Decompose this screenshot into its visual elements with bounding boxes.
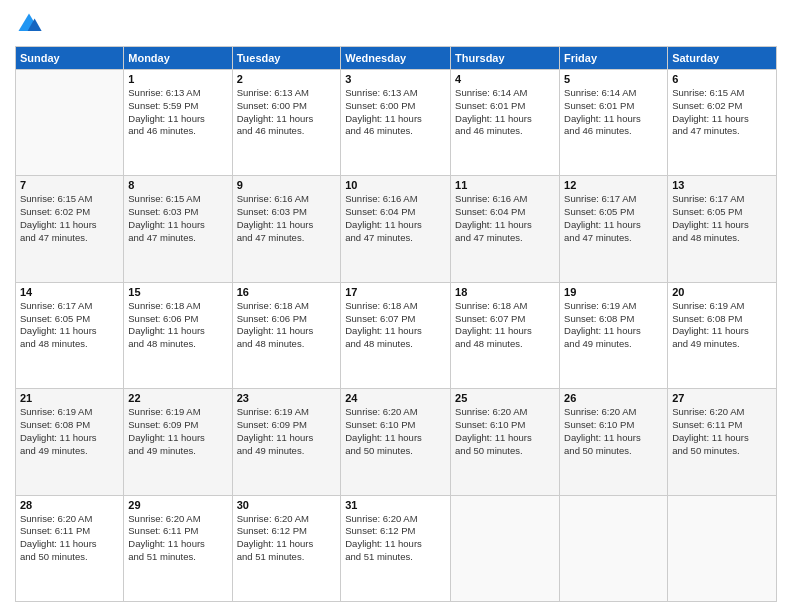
day-cell: 22Sunrise: 6:19 AM Sunset: 6:09 PM Dayli… bbox=[124, 389, 232, 495]
day-info: Sunrise: 6:13 AM Sunset: 6:00 PM Dayligh… bbox=[345, 87, 446, 138]
day-info: Sunrise: 6:13 AM Sunset: 5:59 PM Dayligh… bbox=[128, 87, 227, 138]
week-row-3: 21Sunrise: 6:19 AM Sunset: 6:08 PM Dayli… bbox=[16, 389, 777, 495]
day-cell: 26Sunrise: 6:20 AM Sunset: 6:10 PM Dayli… bbox=[560, 389, 668, 495]
day-cell: 12Sunrise: 6:17 AM Sunset: 6:05 PM Dayli… bbox=[560, 176, 668, 282]
day-cell: 19Sunrise: 6:19 AM Sunset: 6:08 PM Dayli… bbox=[560, 282, 668, 388]
day-cell: 18Sunrise: 6:18 AM Sunset: 6:07 PM Dayli… bbox=[451, 282, 560, 388]
day-info: Sunrise: 6:17 AM Sunset: 6:05 PM Dayligh… bbox=[672, 193, 772, 244]
day-number: 22 bbox=[128, 392, 227, 404]
day-info: Sunrise: 6:16 AM Sunset: 6:04 PM Dayligh… bbox=[345, 193, 446, 244]
day-number: 11 bbox=[455, 179, 555, 191]
day-info: Sunrise: 6:20 AM Sunset: 6:10 PM Dayligh… bbox=[564, 406, 663, 457]
day-number: 3 bbox=[345, 73, 446, 85]
day-info: Sunrise: 6:13 AM Sunset: 6:00 PM Dayligh… bbox=[237, 87, 337, 138]
day-cell: 20Sunrise: 6:19 AM Sunset: 6:08 PM Dayli… bbox=[668, 282, 777, 388]
day-header-tuesday: Tuesday bbox=[232, 47, 341, 70]
day-info: Sunrise: 6:20 AM Sunset: 6:11 PM Dayligh… bbox=[20, 513, 119, 564]
day-cell bbox=[16, 70, 124, 176]
logo bbox=[15, 10, 47, 38]
day-number: 17 bbox=[345, 286, 446, 298]
day-info: Sunrise: 6:19 AM Sunset: 6:08 PM Dayligh… bbox=[20, 406, 119, 457]
day-number: 4 bbox=[455, 73, 555, 85]
day-header-sunday: Sunday bbox=[16, 47, 124, 70]
day-cell: 16Sunrise: 6:18 AM Sunset: 6:06 PM Dayli… bbox=[232, 282, 341, 388]
day-info: Sunrise: 6:20 AM Sunset: 6:12 PM Dayligh… bbox=[345, 513, 446, 564]
day-number: 26 bbox=[564, 392, 663, 404]
day-number: 9 bbox=[237, 179, 337, 191]
week-row-1: 7Sunrise: 6:15 AM Sunset: 6:02 PM Daylig… bbox=[16, 176, 777, 282]
day-cell: 2Sunrise: 6:13 AM Sunset: 6:00 PM Daylig… bbox=[232, 70, 341, 176]
day-info: Sunrise: 6:16 AM Sunset: 6:03 PM Dayligh… bbox=[237, 193, 337, 244]
week-row-4: 28Sunrise: 6:20 AM Sunset: 6:11 PM Dayli… bbox=[16, 495, 777, 601]
day-number: 18 bbox=[455, 286, 555, 298]
day-info: Sunrise: 6:19 AM Sunset: 6:08 PM Dayligh… bbox=[564, 300, 663, 351]
day-info: Sunrise: 6:18 AM Sunset: 6:07 PM Dayligh… bbox=[345, 300, 446, 351]
day-cell: 14Sunrise: 6:17 AM Sunset: 6:05 PM Dayli… bbox=[16, 282, 124, 388]
day-number: 10 bbox=[345, 179, 446, 191]
day-cell: 28Sunrise: 6:20 AM Sunset: 6:11 PM Dayli… bbox=[16, 495, 124, 601]
day-number: 2 bbox=[237, 73, 337, 85]
day-header-monday: Monday bbox=[124, 47, 232, 70]
day-info: Sunrise: 6:20 AM Sunset: 6:12 PM Dayligh… bbox=[237, 513, 337, 564]
day-number: 19 bbox=[564, 286, 663, 298]
day-info: Sunrise: 6:20 AM Sunset: 6:11 PM Dayligh… bbox=[672, 406, 772, 457]
day-number: 24 bbox=[345, 392, 446, 404]
day-number: 5 bbox=[564, 73, 663, 85]
day-info: Sunrise: 6:14 AM Sunset: 6:01 PM Dayligh… bbox=[564, 87, 663, 138]
week-row-2: 14Sunrise: 6:17 AM Sunset: 6:05 PM Dayli… bbox=[16, 282, 777, 388]
day-cell: 24Sunrise: 6:20 AM Sunset: 6:10 PM Dayli… bbox=[341, 389, 451, 495]
day-info: Sunrise: 6:17 AM Sunset: 6:05 PM Dayligh… bbox=[20, 300, 119, 351]
day-number: 6 bbox=[672, 73, 772, 85]
day-info: Sunrise: 6:20 AM Sunset: 6:11 PM Dayligh… bbox=[128, 513, 227, 564]
day-cell: 7Sunrise: 6:15 AM Sunset: 6:02 PM Daylig… bbox=[16, 176, 124, 282]
day-info: Sunrise: 6:15 AM Sunset: 6:03 PM Dayligh… bbox=[128, 193, 227, 244]
day-number: 1 bbox=[128, 73, 227, 85]
day-cell bbox=[560, 495, 668, 601]
day-cell: 31Sunrise: 6:20 AM Sunset: 6:12 PM Dayli… bbox=[341, 495, 451, 601]
day-cell: 11Sunrise: 6:16 AM Sunset: 6:04 PM Dayli… bbox=[451, 176, 560, 282]
day-number: 16 bbox=[237, 286, 337, 298]
day-cell: 13Sunrise: 6:17 AM Sunset: 6:05 PM Dayli… bbox=[668, 176, 777, 282]
day-info: Sunrise: 6:14 AM Sunset: 6:01 PM Dayligh… bbox=[455, 87, 555, 138]
day-number: 7 bbox=[20, 179, 119, 191]
day-cell bbox=[668, 495, 777, 601]
day-number: 14 bbox=[20, 286, 119, 298]
day-cell: 5Sunrise: 6:14 AM Sunset: 6:01 PM Daylig… bbox=[560, 70, 668, 176]
day-cell: 10Sunrise: 6:16 AM Sunset: 6:04 PM Dayli… bbox=[341, 176, 451, 282]
day-number: 13 bbox=[672, 179, 772, 191]
day-number: 20 bbox=[672, 286, 772, 298]
day-number: 15 bbox=[128, 286, 227, 298]
header bbox=[15, 10, 777, 38]
day-info: Sunrise: 6:20 AM Sunset: 6:10 PM Dayligh… bbox=[455, 406, 555, 457]
day-info: Sunrise: 6:15 AM Sunset: 6:02 PM Dayligh… bbox=[672, 87, 772, 138]
day-cell: 27Sunrise: 6:20 AM Sunset: 6:11 PM Dayli… bbox=[668, 389, 777, 495]
calendar-table: SundayMondayTuesdayWednesdayThursdayFrid… bbox=[15, 46, 777, 602]
day-cell: 25Sunrise: 6:20 AM Sunset: 6:10 PM Dayli… bbox=[451, 389, 560, 495]
day-cell: 8Sunrise: 6:15 AM Sunset: 6:03 PM Daylig… bbox=[124, 176, 232, 282]
day-cell: 9Sunrise: 6:16 AM Sunset: 6:03 PM Daylig… bbox=[232, 176, 341, 282]
week-row-0: 1Sunrise: 6:13 AM Sunset: 5:59 PM Daylig… bbox=[16, 70, 777, 176]
header-row: SundayMondayTuesdayWednesdayThursdayFrid… bbox=[16, 47, 777, 70]
day-number: 28 bbox=[20, 499, 119, 511]
day-info: Sunrise: 6:16 AM Sunset: 6:04 PM Dayligh… bbox=[455, 193, 555, 244]
day-cell: 1Sunrise: 6:13 AM Sunset: 5:59 PM Daylig… bbox=[124, 70, 232, 176]
day-cell: 21Sunrise: 6:19 AM Sunset: 6:08 PM Dayli… bbox=[16, 389, 124, 495]
day-info: Sunrise: 6:20 AM Sunset: 6:10 PM Dayligh… bbox=[345, 406, 446, 457]
day-info: Sunrise: 6:18 AM Sunset: 6:06 PM Dayligh… bbox=[128, 300, 227, 351]
day-number: 30 bbox=[237, 499, 337, 511]
day-info: Sunrise: 6:18 AM Sunset: 6:07 PM Dayligh… bbox=[455, 300, 555, 351]
day-number: 21 bbox=[20, 392, 119, 404]
day-cell: 4Sunrise: 6:14 AM Sunset: 6:01 PM Daylig… bbox=[451, 70, 560, 176]
day-info: Sunrise: 6:19 AM Sunset: 6:09 PM Dayligh… bbox=[128, 406, 227, 457]
day-header-friday: Friday bbox=[560, 47, 668, 70]
day-cell bbox=[451, 495, 560, 601]
day-cell: 3Sunrise: 6:13 AM Sunset: 6:00 PM Daylig… bbox=[341, 70, 451, 176]
day-info: Sunrise: 6:19 AM Sunset: 6:09 PM Dayligh… bbox=[237, 406, 337, 457]
day-header-wednesday: Wednesday bbox=[341, 47, 451, 70]
day-info: Sunrise: 6:15 AM Sunset: 6:02 PM Dayligh… bbox=[20, 193, 119, 244]
day-number: 12 bbox=[564, 179, 663, 191]
day-cell: 30Sunrise: 6:20 AM Sunset: 6:12 PM Dayli… bbox=[232, 495, 341, 601]
day-cell: 6Sunrise: 6:15 AM Sunset: 6:02 PM Daylig… bbox=[668, 70, 777, 176]
day-cell: 29Sunrise: 6:20 AM Sunset: 6:11 PM Dayli… bbox=[124, 495, 232, 601]
logo-icon bbox=[15, 10, 43, 38]
